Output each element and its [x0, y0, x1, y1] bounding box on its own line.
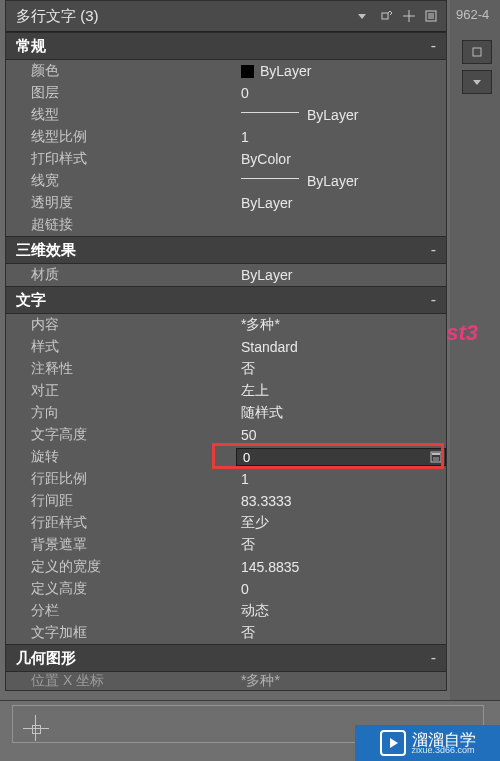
- prop-transparency[interactable]: 透明度 ByLayer: [6, 192, 446, 214]
- svg-point-9: [435, 459, 437, 461]
- collapse-icon: -: [431, 241, 436, 259]
- prop-material[interactable]: 材质 ByLayer: [6, 264, 446, 286]
- watermark: 溜溜自学 zixue.3d66.com: [355, 725, 500, 761]
- chevron-down-icon: [358, 14, 366, 19]
- prop-layer[interactable]: 图层 0: [6, 82, 446, 104]
- svg-point-8: [433, 459, 435, 461]
- prop-columns[interactable]: 分栏 动态: [6, 600, 446, 622]
- category-geometry[interactable]: 几何图形 -: [6, 644, 446, 672]
- calculator-icon[interactable]: [429, 450, 443, 464]
- properties-panel: 多行文字 (3) 常规 - 颜色 ByLayer 图层 0 线型 ByLayer…: [5, 0, 447, 691]
- collapse-icon: -: [431, 37, 436, 55]
- canvas-text-label: st3: [446, 320, 478, 346]
- collapse-icon: -: [431, 649, 436, 667]
- prop-line-scale[interactable]: 行距比例 1: [6, 468, 446, 490]
- pick-icon[interactable]: [400, 7, 418, 25]
- prop-bg-mask[interactable]: 背景遮罩 否: [6, 534, 446, 556]
- right-toolbar-dropdown[interactable]: [462, 70, 492, 94]
- prop-space-style[interactable]: 行距样式 至少: [6, 512, 446, 534]
- prop-line-space[interactable]: 行间距 83.3333: [6, 490, 446, 512]
- collapse-icon: -: [431, 291, 436, 309]
- quick-select-icon[interactable]: [378, 7, 396, 25]
- prop-annotative[interactable]: 注释性 否: [6, 358, 446, 380]
- category-general[interactable]: 常规 -: [6, 32, 446, 60]
- crosshair-cursor: [23, 715, 53, 745]
- linetype-preview-icon: [241, 112, 299, 113]
- prop-contents[interactable]: 内容 *多种*: [6, 314, 446, 336]
- object-type-selector[interactable]: 多行文字 (3): [6, 1, 446, 32]
- prop-def-height[interactable]: 定义高度 0: [6, 578, 446, 600]
- prop-hyperlink[interactable]: 超链接: [6, 214, 446, 236]
- toggle-pim-icon[interactable]: [422, 7, 440, 25]
- svg-rect-1: [382, 13, 388, 19]
- category-3d-visual[interactable]: 三维效果 -: [6, 236, 446, 264]
- prop-justify[interactable]: 对正 左上: [6, 380, 446, 402]
- play-icon: [380, 730, 406, 756]
- object-type-label: 多行文字 (3): [16, 7, 358, 26]
- category-text[interactable]: 文字 -: [6, 286, 446, 314]
- prop-style[interactable]: 样式 Standard: [6, 336, 446, 358]
- prop-direction[interactable]: 方向 随样式: [6, 402, 446, 424]
- prop-text-frame[interactable]: 文字加框 否: [6, 622, 446, 644]
- prop-plot-style[interactable]: 打印样式 ByColor: [6, 148, 446, 170]
- svg-point-7: [437, 457, 439, 459]
- prop-def-width[interactable]: 定义的宽度 145.8835: [6, 556, 446, 578]
- svg-rect-0: [473, 48, 481, 56]
- right-toolbar-button-1[interactable]: [462, 40, 492, 64]
- color-swatch-icon: [241, 65, 254, 78]
- svg-point-5: [433, 457, 435, 459]
- lineweight-preview-icon: [241, 178, 299, 179]
- coord-readout: 962-4: [456, 7, 489, 22]
- rotation-input[interactable]: 0: [236, 448, 446, 466]
- svg-rect-4: [432, 453, 440, 455]
- prop-pos-x[interactable]: 位置 X 坐标 *多种*: [6, 672, 446, 690]
- prop-color[interactable]: 颜色 ByLayer: [6, 60, 446, 82]
- svg-point-10: [437, 459, 439, 461]
- prop-rotation[interactable]: 旋转 0: [6, 446, 446, 468]
- prop-linetype[interactable]: 线型 ByLayer: [6, 104, 446, 126]
- prop-text-height[interactable]: 文字高度 50: [6, 424, 446, 446]
- prop-linetype-scale[interactable]: 线型比例 1: [6, 126, 446, 148]
- prop-lineweight[interactable]: 线宽 ByLayer: [6, 170, 446, 192]
- svg-point-6: [435, 457, 437, 459]
